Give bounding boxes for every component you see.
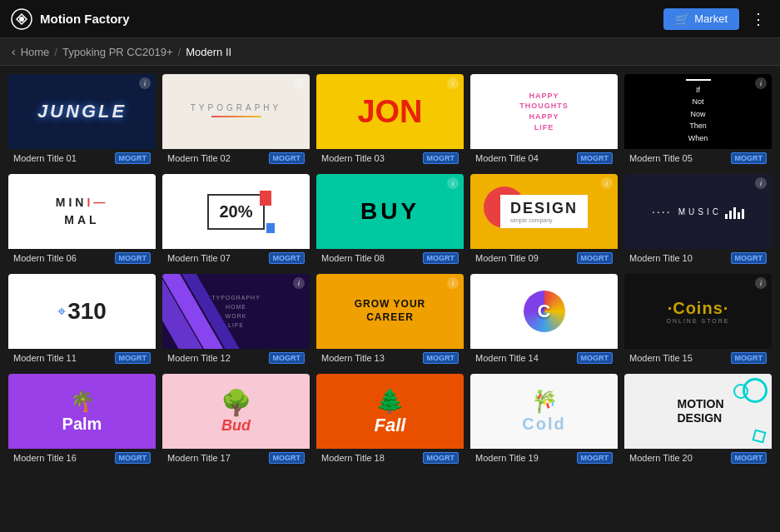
card-18[interactable]: 🌲 Fall Modern Title 18 MOGRT [316, 374, 464, 467]
info-icon-7[interactable]: i [293, 177, 305, 189]
card-7-flag2 [266, 223, 275, 233]
card-4-thumb: i HAPPYTHOUGHTSHAPPYLIFE [470, 74, 618, 149]
card-16[interactable]: 🌴 Palm Modern Title 16 MOGRT [8, 374, 156, 467]
card-16-label: Modern Title 16 [13, 453, 77, 463]
card-10[interactable]: i ···· MUSIC Modern Title 10 MOGRT [624, 174, 772, 267]
info-icon-1[interactable]: i [139, 77, 151, 89]
bare-tree-icon: 🌲 [375, 387, 406, 415]
card-5-thumb: i IfNotNowThenWhen [624, 74, 772, 149]
svg-point-1 [19, 17, 24, 22]
info-icon-3[interactable]: i [447, 77, 459, 89]
card-13-badge: MOGRT [423, 352, 460, 364]
card-7-thumb: i 20% [162, 174, 310, 249]
info-icon-14[interactable]: i [601, 277, 613, 289]
header-left: Motion Factory [10, 7, 130, 31]
card-20-thumb: MOTION DESIGN [624, 374, 772, 449]
card-1-label: Modern Title 01 [13, 153, 77, 163]
info-icon-12[interactable]: i [293, 277, 305, 289]
app-title: Motion Factory [40, 12, 130, 26]
back-chevron-icon[interactable]: ‹ [12, 45, 16, 58]
card-12-thumb: i TYPOGRAPHYHOMEWORKLIFE [162, 274, 310, 349]
card-19-footer: Modern Title 19 MOGRT [470, 449, 618, 467]
info-icon-15[interactable]: i [755, 277, 767, 289]
card-10-footer: Modern Title 10 MOGRT [624, 249, 772, 267]
breadcrumb: ‹ Home / Typoking PR CC2019+ / Modern II [0, 38, 780, 66]
card-3[interactable]: i JON Modern Title 03 MOGRT [316, 74, 464, 167]
card-20-footer: Modern Title 20 MOGRT [624, 449, 772, 467]
card-10-dots: ···· [652, 205, 672, 218]
card-15-badge: MOGRT [731, 352, 768, 364]
card-9-visual: DESIGN simple company [500, 195, 588, 228]
card-7-box: 20% [207, 194, 264, 230]
info-icon-4[interactable]: i [601, 77, 613, 89]
card-8-badge: MOGRT [423, 252, 460, 264]
pin-icon-11: ⌖ [57, 303, 66, 321]
card-18-footer: Modern Title 18 MOGRT [316, 449, 464, 467]
card-13[interactable]: i GROW YOURCAREER Modern Title 13 MOGRT [316, 274, 464, 367]
card-6-thumb: i MINI— MAL [8, 174, 156, 249]
card-19-badge: MOGRT [577, 452, 614, 464]
card-8-thumb: i BUY [316, 174, 464, 249]
card-17-footer: Modern Title 17 MOGRT [162, 449, 310, 467]
card-1[interactable]: i JUNGLE Modern Title 01 MOGRT [8, 74, 156, 167]
card-4[interactable]: i HAPPYTHOUGHTSHAPPYLIFE Modern Title 04… [470, 74, 618, 167]
bar-2 [729, 211, 732, 219]
card-2-visual: TYPOGRAPHY [191, 103, 281, 121]
card-6[interactable]: i MINI— MAL Modern Title 06 MOGRT [8, 174, 156, 267]
card-13-footer: Modern Title 13 MOGRT [316, 349, 464, 367]
info-icon-11[interactable]: i [139, 277, 151, 289]
market-button[interactable]: 🛒 Market [663, 8, 739, 30]
card-20-visual-text: MOTION DESIGN [673, 397, 724, 425]
info-icon-2[interactable]: i [293, 77, 305, 89]
card-14-circle: C [524, 291, 565, 332]
card-8[interactable]: i BUY Modern Title 08 MOGRT [316, 174, 464, 267]
info-icon-13[interactable]: i [447, 277, 459, 289]
card-14-thumb: i C [470, 274, 618, 349]
info-icon-6[interactable]: i [139, 177, 151, 189]
tree-icon: 🌳 [221, 388, 251, 417]
card-5[interactable]: i IfNotNowThenWhen Modern Title 05 MOGRT [624, 74, 772, 167]
info-icon-5[interactable]: i [755, 77, 767, 89]
card-18-visual: 🌲 Fall [375, 387, 406, 436]
card-14[interactable]: i C Modern Title 14 MOGRT [470, 274, 618, 367]
logo-icon [10, 7, 33, 31]
card-9-thumb: i DESIGN simple company [470, 174, 618, 249]
card-7[interactable]: i 20% Modern Title 07 MOGRT [162, 174, 310, 267]
card-11[interactable]: i ⌖ 310 Modern Title 11 MOGRT [8, 274, 156, 367]
breadcrumb-current: Modern II [186, 46, 231, 58]
bar-5 [742, 209, 744, 219]
card-grid: i JUNGLE Modern Title 01 MOGRT i TYPOGRA… [0, 66, 780, 475]
card-10-badge: MOGRT [731, 252, 768, 264]
card-20-badge: MOGRT [731, 452, 768, 464]
card-15[interactable]: i ·Coins· ONLINE STORE Modern Title 15 M… [624, 274, 772, 367]
info-icon-8[interactable]: i [447, 177, 459, 189]
card-5-visual: IfNotNowThenWhen [686, 79, 711, 144]
card-10-row: ···· MUSIC [652, 204, 744, 219]
card-14-letter: C [538, 301, 551, 322]
card-9-box: DESIGN simple company [500, 195, 588, 228]
card-17-badge: MOGRT [269, 452, 306, 464]
palm-icon: 🌴 [62, 390, 102, 413]
market-label: Market [694, 12, 728, 25]
card-12-label: Modern Title 12 [167, 353, 231, 363]
info-icon-9[interactable]: i [601, 177, 613, 189]
breadcrumb-parent[interactable]: Typoking PR CC2019+ [62, 46, 173, 58]
card-13-thumb: i GROW YOURCAREER [316, 274, 464, 349]
card-9[interactable]: i DESIGN simple company Modern Title 09 … [470, 174, 618, 267]
card-19[interactable]: 🎋 Cold Modern Title 19 MOGRT [470, 374, 618, 467]
card-2-line [211, 116, 261, 117]
card-12[interactable]: i TYPOGRAPHYHOMEWORKLIFE Modern Title 12… [162, 274, 310, 367]
card-20[interactable]: MOTION DESIGN Modern Title 20 MOGRT [624, 374, 772, 467]
card-2-visual-text: TYPOGRAPHY [191, 103, 281, 112]
card-17[interactable]: 🌳 Bud Modern Title 17 MOGRT [162, 374, 310, 467]
card-6-visual-text: MINI— MAL [56, 194, 109, 229]
cart-icon: 🛒 [675, 12, 689, 26]
card-7-footer: Modern Title 07 MOGRT [162, 249, 310, 267]
card-6-label: Modern Title 06 [13, 253, 77, 263]
card-9-label: Modern Title 09 [475, 253, 539, 263]
card-2[interactable]: i TYPOGRAPHY Modern Title 02 MOGRT [162, 74, 310, 167]
card-5-badge: MOGRT [731, 152, 768, 164]
more-button[interactable]: ⋮ [748, 10, 770, 28]
breadcrumb-home[interactable]: Home [21, 46, 50, 58]
info-icon-10[interactable]: i [755, 177, 767, 189]
